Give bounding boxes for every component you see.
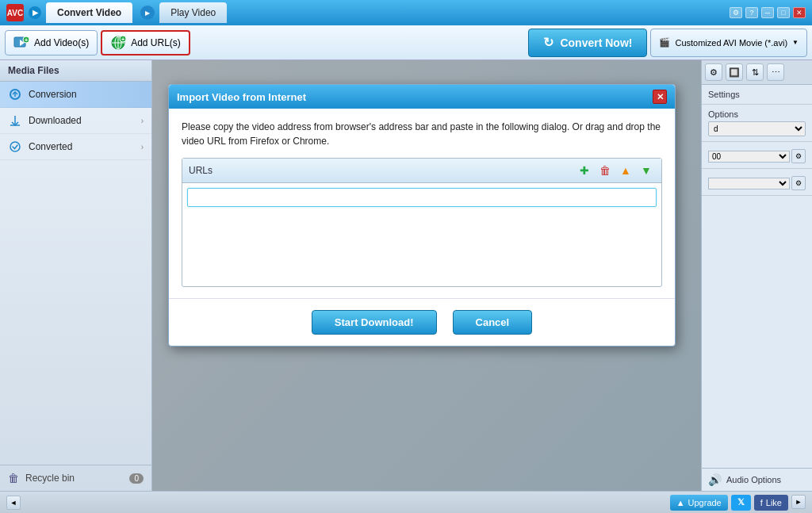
move-up-icon[interactable]: ▲ [617,162,634,179]
nav-next-icon[interactable]: ► [791,495,806,509]
urls-header: URLs ✚ 🗑 ▲ ▼ [182,159,661,183]
twitter-icon: 𝕏 [737,497,745,507]
format-label: Customized AVI Movie (*.avi) [675,38,787,48]
audio-options-label: Audio Options [726,475,781,484]
add-urls-button[interactable]: + Add URL(s) [101,30,190,56]
dialog-body: Please copy the video address from brows… [169,109,675,298]
add-videos-button[interactable]: + Add Video(s) [5,30,98,56]
status-bar: ◄ ▲ Upgrade 𝕏 f Like ► [0,491,812,513]
convert-now-button[interactable]: ↻ Convert Now! [528,29,647,57]
recycle-bin[interactable]: 🗑 Recycle bin 0 [0,465,151,491]
converted-icon [8,140,22,154]
play-tab-label: Play Video [170,7,216,18]
tab-convert[interactable]: Convert Video [46,2,132,23]
main-area: Media Files Conversion Downloaded › [0,60,812,491]
conversion-icon [8,87,22,101]
panel-icon-1[interactable]: ⚙ [705,63,722,81]
upgrade-arrow-icon: ▲ [676,498,685,507]
recycle-bin-label: Recycle bin [25,473,75,484]
panel-icon-4[interactable]: ⋯ [767,63,784,81]
app-logo: AVC [6,4,24,21]
url-input[interactable] [187,188,657,207]
play-tab-icon: ▶ [140,6,155,20]
svg-text:+: + [25,36,29,44]
move-down-icon[interactable]: ▼ [638,162,655,179]
title-bar: AVC ▶ Convert Video ▶ Play Video ⚙ ? ─ □… [0,0,812,25]
facebook-button[interactable]: f Like [754,495,788,511]
panel-option3: ⚙ [702,169,812,196]
start-download-button[interactable]: Start Download! [312,310,437,335]
dialog-footer: Start Download! Cancel [169,298,675,346]
sidebar-item-converted[interactable]: Converted › [0,134,151,160]
format-select-button[interactable]: 🎬 Customized AVI Movie (*.avi) ▼ [650,29,807,57]
dropdown-arrow-icon: ▼ [792,39,799,46]
panel-icon-2[interactable]: 🔲 [726,63,743,81]
panel-select-3[interactable] [708,178,790,190]
dialog-close-button[interactable]: ✕ [653,90,667,104]
recycle-bin-count: 0 [129,473,144,484]
sidebar-item-conversion[interactable]: Conversion [0,82,151,108]
add-urls-icon: + [110,35,126,51]
right-panel-toolbar: ⚙ 🔲 ⇅ ⋯ [702,60,812,85]
minimize-icon[interactable]: ─ [761,7,774,18]
panel-options: Options d [702,105,812,142]
downloaded-icon [8,113,22,128]
upgrade-label: Upgrade [688,498,722,507]
panel-select-1[interactable]: d [708,121,806,136]
facebook-icon: f [760,498,763,507]
right-panel: ⚙ 🔲 ⇅ ⋯ Settings Options d 00 ⚙ [701,60,812,491]
panel-icon-3[interactable]: ⇅ [746,63,764,81]
modal-overlay: Import Video from Internet ✕ Please copy… [152,60,701,491]
panel-btn-gear-2[interactable]: ⚙ [791,176,806,190]
svg-point-14 [10,142,20,151]
urls-section: URLs ✚ 🗑 ▲ ▼ [182,158,662,287]
sidebar-item-downloaded[interactable]: Downloaded › [0,108,151,134]
settings-icon[interactable]: ⚙ [730,7,742,18]
downloaded-arrow-icon: › [141,117,144,125]
import-dialog: Import Video from Internet ✕ Please copy… [168,84,676,346]
sidebar: Media Files Conversion Downloaded › [0,60,152,491]
cancel-button[interactable]: Cancel [453,310,533,335]
nav-controls: ◄ [6,496,21,510]
recycle-bin-icon: 🗑 [8,472,19,484]
urls-input-area [182,183,661,286]
sidebar-item-conversion-label: Conversion [29,89,77,100]
add-urls-label: Add URL(s) [131,37,181,48]
convert-now-icon: ↻ [543,35,553,50]
statusbar-right: ▲ Upgrade 𝕏 f Like ► [670,495,806,511]
film-icon: 🎬 [659,37,670,48]
converted-arrow-icon: › [141,143,144,151]
sidebar-section-title: Media Files [0,60,151,82]
sidebar-spacer [0,160,151,465]
nav-prev-icon[interactable]: ◄ [6,496,21,510]
content-area: 🎞 Import Video from Internet ✕ Please co… [152,60,701,491]
panel-select-2[interactable]: 00 [708,151,790,163]
urls-toolbar: ✚ 🗑 ▲ ▼ [576,162,655,179]
panel-settings: Settings [702,85,812,105]
audio-options: 🔊 Audio Options [702,468,812,491]
convert-now-label: Convert Now! [560,36,632,49]
speaker-icon: 🔊 [708,473,722,486]
window-controls: ⚙ ? ─ □ ✕ [730,7,806,18]
dialog-title: Import Video from Internet [177,91,306,103]
dialog-description: Please copy the video address from brows… [182,120,662,148]
options-label: Options [708,109,738,119]
twitter-button[interactable]: 𝕏 [731,495,751,511]
add-url-icon[interactable]: ✚ [576,162,593,179]
convert-tab-label: Convert Video [57,7,121,18]
app-icon: ▶ [29,6,41,19]
dialog-header: Import Video from Internet ✕ [169,85,675,109]
add-videos-label: Add Video(s) [34,37,89,48]
delete-url-icon[interactable]: 🗑 [596,162,614,179]
svg-text:+: + [121,36,125,43]
help-icon[interactable]: ? [745,7,758,18]
panel-btn-gear-1[interactable]: ⚙ [791,149,806,163]
add-videos-icon: + [13,35,29,51]
upgrade-button[interactable]: ▲ Upgrade [670,495,728,511]
panel-option2: 00 ⚙ [702,142,812,169]
urls-label: URLs [189,165,213,176]
close-icon[interactable]: ✕ [793,7,806,18]
maximize-icon[interactable]: □ [777,7,790,18]
facebook-like-label: Like [766,498,782,507]
tab-play[interactable]: Play Video [159,2,227,23]
